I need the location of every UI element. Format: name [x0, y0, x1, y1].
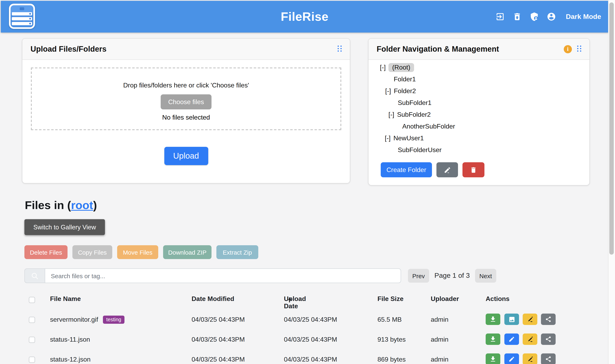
edit-file-button[interactable] — [504, 334, 519, 345]
share-button[interactable] — [541, 334, 556, 345]
files-heading: Files in (root) — [25, 199, 97, 212]
tree-item[interactable]: [-] NewUser1 — [385, 132, 455, 144]
preview-image-icon — [508, 316, 515, 323]
file-size-cell: 913 bytes — [378, 336, 406, 343]
select-all-checkbox[interactable] — [29, 297, 35, 303]
tree-folder-label[interactable]: SubFolderUser — [398, 146, 442, 154]
next-page-button[interactable]: Next — [475, 269, 496, 283]
copy-files-button[interactable]: Copy Files — [72, 245, 112, 259]
tree-item-root[interactable]: [-] (Root) — [380, 61, 455, 73]
row-checkbox[interactable] — [29, 317, 35, 323]
file-name[interactable]: status-12.json — [50, 356, 91, 363]
download-icon — [489, 355, 497, 363]
tree-folder-label[interactable]: Folder1 — [394, 76, 416, 83]
share-icon — [545, 316, 551, 323]
upload-card-header: Upload Files/Folders — [22, 39, 350, 60]
table-row: status-11.json 04/03/25 04:43PM 04/03/25… — [0, 329, 608, 349]
search-input[interactable] — [45, 268, 401, 283]
upload-button[interactable]: Upload — [164, 147, 208, 165]
file-name-cell: status-12.json — [50, 356, 91, 363]
tree-item[interactable]: Folder1 — [394, 73, 455, 85]
move-files-button[interactable]: Move Files — [117, 245, 158, 259]
rename-icon — [526, 316, 534, 323]
search-icon-box — [24, 268, 45, 283]
drag-handle-icon[interactable] — [338, 46, 342, 52]
tree-item[interactable]: [-] SubFolder2 — [388, 109, 455, 120]
page-scrollbar[interactable] — [608, 0, 615, 364]
download-zip-button[interactable]: Download ZIP — [163, 245, 211, 259]
uploader-cell: admin — [431, 336, 448, 343]
folder-actions: Create Folder — [381, 162, 484, 177]
delete-files-button[interactable]: Delete Files — [24, 245, 67, 259]
download-button[interactable] — [486, 334, 500, 345]
account-circle-icon[interactable] — [547, 12, 556, 21]
rename-folder-button[interactable] — [436, 162, 458, 177]
rename-button[interactable] — [523, 313, 537, 325]
table-row: servermonitor.giftesting 04/03/25 04:43P… — [0, 310, 608, 329]
restore-from-trash-icon[interactable] — [512, 12, 522, 21]
column-file-name[interactable]: File Name — [50, 295, 81, 303]
no-files-status: No files selected — [32, 114, 340, 121]
choose-files-button[interactable]: Choose files — [161, 94, 211, 109]
switch-gallery-view-button[interactable]: Switch to Gallery View — [24, 219, 105, 235]
file-size-cell: 869 bytes — [378, 356, 406, 363]
table-row: status-12.json 04/03/25 04:43PM 04/03/25… — [0, 349, 608, 364]
tree-item[interactable]: SubFolder1 — [398, 97, 455, 109]
edit-file-button[interactable] — [504, 353, 519, 364]
scrollbar-thumb[interactable] — [609, 2, 614, 255]
tree-folder-label[interactable]: Folder2 — [394, 87, 416, 95]
extract-zip-button[interactable]: Extract Zip — [216, 245, 258, 259]
column-actions: Actions — [486, 295, 510, 303]
tree-item[interactable]: [-] Folder2 — [385, 85, 455, 97]
download-button[interactable] — [486, 353, 500, 364]
row-checkbox[interactable] — [29, 357, 35, 363]
date-modified-cell: 04/03/25 04:43PM — [192, 336, 245, 343]
search-bar — [24, 268, 401, 283]
tree-item[interactable]: SubFolderUser — [398, 144, 455, 156]
preview-image-button[interactable] — [504, 313, 519, 325]
download-icon — [489, 336, 497, 343]
file-name[interactable]: servermonitor.gif — [50, 316, 98, 323]
date-modified-cell: 04/03/25 04:43PM — [192, 316, 245, 323]
dark-mode-toggle[interactable]: Dark Mode — [566, 13, 601, 21]
dropzone-hint: Drop files/folders here or click 'Choose… — [32, 82, 340, 89]
tree-folder-label[interactable]: AnotherSubFolder — [402, 123, 455, 130]
rename-icon — [526, 356, 534, 363]
column-date-modified[interactable]: Date Modified — [192, 295, 234, 303]
info-icon[interactable]: i — [564, 45, 572, 53]
admin-shield-icon[interactable] — [530, 12, 539, 21]
app-header: FileRise Dark Mode — [1, 1, 608, 33]
prev-page-button[interactable]: Prev — [408, 269, 429, 283]
tree-item[interactable]: AnotherSubFolder — [402, 120, 455, 132]
share-button[interactable] — [541, 353, 556, 364]
file-dropzone[interactable]: Drop files/folders here or click 'Choose… — [31, 67, 341, 130]
share-icon — [545, 336, 551, 342]
share-button[interactable] — [541, 313, 556, 325]
folder-card-title: Folder Navigation & Management — [377, 45, 564, 53]
download-button[interactable] — [486, 313, 500, 325]
drag-handle-icon[interactable] — [577, 46, 581, 52]
bulk-actions-bar: Delete Files Copy Files Move Files Downl… — [24, 245, 258, 259]
file-name[interactable]: status-11.json — [50, 336, 90, 343]
upload-card: Upload Files/Folders Drop files/folders … — [22, 38, 350, 183]
rename-button[interactable] — [523, 353, 537, 364]
column-file-size[interactable]: File Size — [378, 295, 404, 303]
tree-folder-label[interactable]: (Root) — [388, 63, 414, 72]
upload-date-cell: 04/03/25 04:43PM — [284, 336, 337, 343]
upload-date-cell: 04/03/25 04:43PM — [284, 356, 337, 363]
create-folder-button[interactable]: Create Folder — [381, 162, 432, 177]
share-icon — [545, 356, 551, 362]
current-folder-link[interactable]: root — [71, 199, 93, 211]
pagination: Prev Page 1 of 3 Next — [408, 269, 496, 283]
logout-icon[interactable] — [496, 12, 505, 21]
date-modified-cell: 04/03/25 04:43PM — [192, 356, 245, 363]
table-header: File Name Date Modified Upload Date▲ Fil… — [0, 295, 608, 305]
row-checkbox[interactable] — [29, 337, 35, 343]
tree-folder-label[interactable]: SubFolder2 — [397, 111, 431, 118]
tree-folder-label[interactable]: SubFolder1 — [398, 99, 431, 106]
tree-toggle[interactable]: [-] — [380, 64, 386, 71]
rename-button[interactable] — [523, 334, 537, 345]
tree-folder-label[interactable]: NewUser1 — [393, 134, 424, 142]
delete-folder-button[interactable] — [462, 162, 484, 177]
column-uploader[interactable]: Uploader — [431, 295, 459, 303]
